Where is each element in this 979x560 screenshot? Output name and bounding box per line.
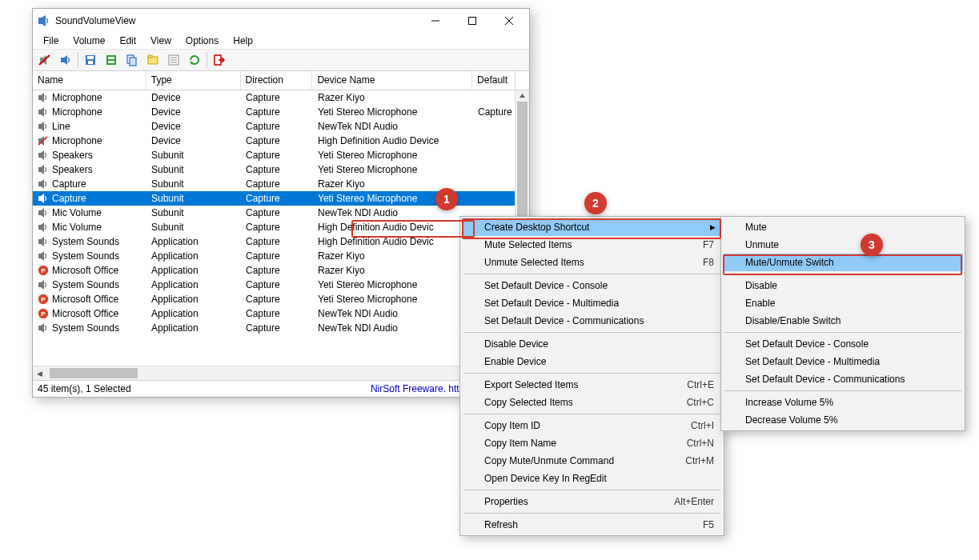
menu-separator: [463, 332, 720, 333]
close-button[interactable]: [491, 9, 528, 33]
menu-item-label: Refresh: [484, 519, 518, 530]
svg-marker-31: [38, 165, 44, 174]
table-row[interactable]: System SoundsApplicationCaptureNewTek ND…: [33, 321, 529, 335]
menu-file[interactable]: File: [38, 34, 64, 48]
menu-item[interactable]: PropertiesAlt+Enter: [462, 493, 722, 510]
cell-direction: Capture: [241, 263, 313, 278]
menu-item[interactable]: Enable: [723, 294, 963, 312]
menu-help[interactable]: Help: [227, 34, 259, 48]
menu-item[interactable]: Enable Device: [462, 353, 722, 370]
tool-refresh-icon[interactable]: [186, 51, 203, 69]
table-row[interactable]: System SoundsApplicationCaptureYeti Ster…: [33, 278, 529, 292]
tool-mute-icon[interactable]: [36, 51, 54, 69]
cell-device: Yeti Stereo Microphone: [313, 148, 473, 162]
menu-item[interactable]: Increase Volume 5%: [723, 394, 963, 411]
table-row[interactable]: CaptureSubunitCaptureYeti Stereo Microph…: [33, 191, 529, 206]
menu-item[interactable]: Copy Item NameCtrl+N: [462, 434, 722, 452]
cell-direction: Capture: [241, 134, 313, 148]
tool-exit-icon[interactable]: [211, 51, 228, 69]
table-row[interactable]: MicrophoneDeviceCaptureHigh Definition A…: [33, 134, 529, 148]
menu-item[interactable]: Mute/Unmute Switch: [723, 254, 963, 271]
submenu-arrow-icon: ▶: [710, 223, 716, 231]
menu-item[interactable]: Decrease Volume 5%: [723, 411, 963, 429]
header-type[interactable]: Type: [146, 71, 241, 90]
menu-item[interactable]: Create Desktop Shortcut▶: [462, 218, 722, 236]
table-row[interactable]: PMicrosoft OfficeApplicationCaptureRazer…: [33, 263, 529, 278]
svg-marker-40: [38, 280, 44, 290]
table-row[interactable]: PMicrosoft OfficeApplicationCaptureNewTe…: [33, 306, 529, 321]
menu-item[interactable]: Unmute Selected ItemsF8: [462, 254, 722, 271]
hscroll-thumb[interactable]: [50, 368, 138, 378]
tool-save-icon[interactable]: [82, 51, 99, 69]
menu-item[interactable]: Copy Item IDCtrl+I: [462, 417, 722, 434]
hscroll-track[interactable]: [46, 366, 516, 380]
table-row[interactable]: MicrophoneDeviceCaptureRazer Kiyo: [33, 90, 529, 105]
cell-direction: Capture: [241, 220, 313, 234]
menu-item[interactable]: Copy Selected ItemsCtrl+C: [462, 394, 722, 411]
menu-item[interactable]: Disable: [723, 277, 963, 294]
minimize-button[interactable]: [417, 9, 454, 33]
svg-marker-34: [38, 208, 44, 218]
tool-properties-icon[interactable]: [165, 51, 183, 69]
menu-item[interactable]: Mute: [723, 218, 963, 236]
maximize-button[interactable]: [454, 9, 491, 33]
table-row[interactable]: MicrophoneDeviceCaptureYeti Stereo Micro…: [33, 105, 529, 119]
table-row[interactable]: PMicrosoft OfficeApplicationCaptureYeti …: [33, 292, 529, 306]
menu-item[interactable]: Set Default Device - Console: [462, 277, 722, 294]
hscroll-left-arrow-icon[interactable]: ◀: [33, 366, 46, 380]
menu-options[interactable]: Options: [180, 34, 224, 48]
svg-marker-45: [38, 323, 44, 333]
menu-item[interactable]: Open Device Key In RegEdit: [462, 470, 722, 487]
cell-default: [473, 134, 516, 148]
menu-item[interactable]: Disable/Enable Switch: [723, 312, 963, 330]
menu-item[interactable]: Copy Mute/Unmute CommandCtrl+M: [462, 452, 722, 470]
menu-item[interactable]: Disable Device: [462, 335, 722, 353]
menu-item[interactable]: RefreshF5: [462, 516, 722, 534]
header-default[interactable]: Default: [472, 71, 516, 90]
table-row[interactable]: System SoundsApplicationCaptureHigh Defi…: [33, 234, 529, 249]
table-row[interactable]: SpeakersSubunitCaptureYeti Stereo Microp…: [33, 148, 529, 162]
table-row[interactable]: Mic VolumeSubunitCaptureHigh Definition …: [33, 220, 529, 234]
menu-view[interactable]: View: [145, 34, 177, 48]
tool-options-icon[interactable]: [144, 51, 162, 69]
svg-marker-36: [38, 237, 44, 246]
app-icon: [38, 14, 50, 27]
header-direction[interactable]: Direction: [241, 71, 313, 90]
table-row[interactable]: SpeakersSubunitCaptureYeti Stereo Microp…: [33, 162, 529, 177]
table-row[interactable]: Mic VolumeSubunitCaptureNewTek NDI Audio: [33, 206, 529, 220]
menu-item[interactable]: Set Default Device - Multimedia: [723, 353, 963, 370]
horizontal-scrollbar[interactable]: ◀ ▶: [33, 366, 529, 380]
cell-device: Yeti Stereo Microphone: [313, 105, 473, 119]
tool-export-icon[interactable]: [102, 51, 120, 69]
menu-edit[interactable]: Edit: [114, 34, 142, 48]
menu-item[interactable]: Set Default Device - Communications: [723, 370, 963, 388]
menu-volume[interactable]: Volume: [67, 34, 110, 48]
svg-text:P: P: [41, 296, 46, 303]
header-device[interactable]: Device Name: [312, 71, 472, 90]
menu-item[interactable]: Mute Selected ItemsF7: [462, 236, 722, 254]
menu-item-label: Set Default Device - Console: [484, 280, 608, 291]
cell-name: Speakers: [33, 148, 146, 162]
menu-item-label: Mute Selected Items: [484, 239, 572, 250]
header-name[interactable]: Name: [33, 71, 146, 90]
menu-item-label: Set Default Device - Communications: [484, 315, 644, 326]
table-row[interactable]: LineDeviceCaptureNewTek NDI Audio: [33, 119, 529, 134]
cell-name: Mic Volume: [33, 220, 146, 234]
row-name-label: System Sounds: [52, 322, 119, 334]
menu-item[interactable]: Set Default Device - Console: [723, 335, 963, 353]
menu-item-shortcut: Ctrl+C: [687, 397, 714, 408]
table-row[interactable]: System SoundsApplicationCaptureRazer Kiy…: [33, 249, 529, 263]
menu-item-label: Set Default Device - Multimedia: [484, 298, 619, 309]
menu-item[interactable]: Set Default Device - Communications: [462, 312, 722, 330]
tool-unmute-icon[interactable]: [57, 51, 74, 69]
menu-separator: [463, 414, 720, 414]
tool-copy-icon[interactable]: [123, 51, 141, 69]
row-name-label: Capture: [52, 178, 86, 190]
menu-item[interactable]: Export Selected ItemsCtrl+E: [462, 376, 722, 394]
statusbar: 45 item(s), 1 Selected NirSoft Freeware.…: [33, 381, 529, 397]
table-row[interactable]: CaptureSubunitCaptureRazer Kiyo: [33, 177, 529, 191]
cell-direction: Capture: [241, 105, 313, 119]
menu-item[interactable]: Unmute: [723, 236, 963, 254]
menu-item[interactable]: Set Default Device - Multimedia: [462, 294, 722, 312]
menu-item-shortcut: F5: [703, 519, 714, 530]
